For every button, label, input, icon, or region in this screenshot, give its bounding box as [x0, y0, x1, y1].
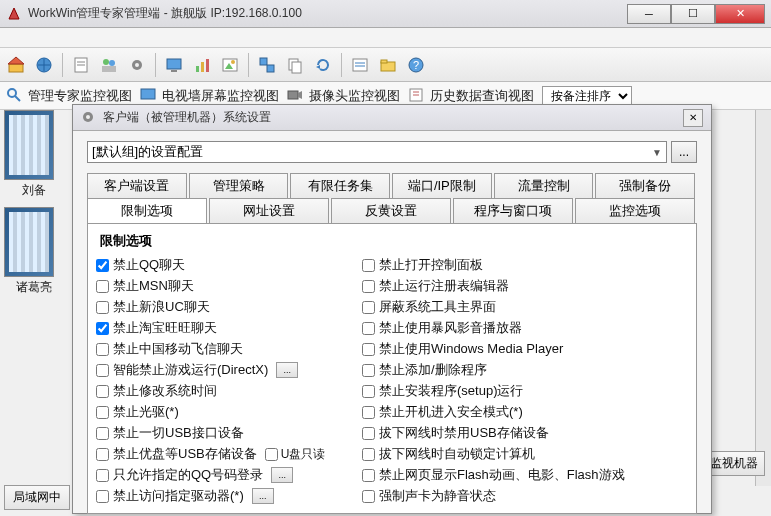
restriction-option: 禁止打开控制面板 — [362, 256, 688, 274]
option-label: 禁止打开控制面板 — [379, 256, 483, 274]
option-checkbox[interactable] — [96, 427, 109, 440]
svg-rect-14 — [196, 66, 199, 72]
option-label: 禁止新浪UC聊天 — [113, 298, 210, 316]
monitor-machine-button[interactable]: 监视机器 — [703, 451, 765, 476]
camera-icon — [287, 87, 305, 105]
minimize-button[interactable]: ─ — [627, 4, 671, 24]
option-checkbox[interactable] — [362, 322, 375, 335]
windows-icon[interactable] — [255, 53, 279, 77]
svg-rect-21 — [267, 65, 274, 72]
tab-lan[interactable]: 局域网中 — [4, 485, 70, 510]
option-more-button[interactable]: ... — [276, 362, 298, 378]
option-label: 禁止使用Windows Media Player — [379, 340, 563, 358]
view-label: 摄像头监控视图 — [309, 87, 400, 105]
chart-icon[interactable] — [190, 53, 214, 77]
option-checkbox[interactable] — [362, 259, 375, 272]
svg-rect-1 — [9, 64, 23, 72]
monitor-icon[interactable] — [162, 53, 186, 77]
tv-icon — [140, 87, 158, 105]
view-monitor[interactable]: 管理专家监控视图 — [6, 87, 132, 105]
option-checkbox[interactable] — [362, 448, 375, 461]
option-label: U盘只读 — [281, 446, 326, 463]
folder-icon[interactable] — [376, 53, 400, 77]
settings-tab[interactable]: 管理策略 — [189, 173, 289, 198]
settings-tab[interactable]: 流量控制 — [494, 173, 594, 198]
option-checkbox[interactable] — [362, 427, 375, 440]
client-thumb[interactable] — [4, 110, 54, 180]
settings-tab[interactable]: 监控选项 — [575, 198, 695, 223]
sort-select[interactable]: 按备注排序 — [542, 86, 632, 106]
option-checkbox[interactable] — [362, 343, 375, 356]
restriction-option: 禁止QQ聊天 — [96, 256, 356, 274]
close-button[interactable]: ✕ — [715, 4, 765, 24]
settings-tab[interactable]: 程序与窗口项 — [453, 198, 573, 223]
option-checkbox[interactable] — [265, 448, 278, 461]
settings-tab[interactable]: 客户端设置 — [87, 173, 187, 198]
config-select[interactable]: [默认组]的设置配置 ▼ — [87, 141, 667, 163]
option-label: 禁止一切USB接口设备 — [113, 424, 244, 442]
vertical-scrollbar[interactable] — [755, 110, 771, 486]
users-icon[interactable] — [97, 53, 121, 77]
list-icon[interactable] — [348, 53, 372, 77]
restriction-option: 禁止中国移动飞信聊天 — [96, 340, 356, 358]
option-checkbox[interactable] — [96, 448, 109, 461]
titlebar: WorkWin管理专家管理端 - 旗舰版 IP:192.168.0.100 ─ … — [0, 0, 771, 28]
svg-point-32 — [8, 89, 16, 97]
svg-rect-34 — [141, 89, 155, 99]
option-more-button[interactable]: ... — [271, 467, 293, 483]
view-label: 历史数据查询视图 — [430, 87, 534, 105]
option-checkbox[interactable] — [96, 406, 109, 419]
svg-rect-23 — [292, 62, 301, 73]
option-checkbox[interactable] — [96, 490, 109, 503]
dialog-close-button[interactable]: ✕ — [683, 109, 703, 127]
option-label: 禁止淘宝旺旺聊天 — [113, 319, 217, 337]
settings-tab[interactable]: 强制备份 — [595, 173, 695, 198]
client-thumb[interactable] — [4, 207, 54, 277]
option-checkbox[interactable] — [362, 301, 375, 314]
settings-tab[interactable]: 网址设置 — [209, 198, 329, 223]
settings-tab[interactable]: 限制选项 — [87, 198, 207, 223]
refresh-icon[interactable] — [311, 53, 335, 77]
option-checkbox[interactable] — [362, 364, 375, 377]
chevron-down-icon: ▼ — [652, 147, 662, 158]
option-checkbox[interactable] — [96, 259, 109, 272]
restriction-option: 禁止安装程序(setup)运行 — [362, 382, 688, 400]
option-checkbox[interactable] — [96, 280, 109, 293]
help-icon[interactable]: ? — [404, 53, 428, 77]
maximize-button[interactable]: ☐ — [671, 4, 715, 24]
option-checkbox[interactable] — [96, 364, 109, 377]
client-settings-dialog: 客户端（被管理机器）系统设置 ✕ [默认组]的设置配置 ▼ ... 客户端设置管… — [72, 104, 712, 514]
restriction-option: 禁止一切USB接口设备 — [96, 424, 356, 442]
settings-tab[interactable]: 有限任务集 — [290, 173, 390, 198]
option-checkbox[interactable] — [96, 469, 109, 482]
option-checkbox[interactable] — [96, 322, 109, 335]
gear-icon[interactable] — [125, 53, 149, 77]
view-camera[interactable]: 摄像头监控视图 — [287, 87, 400, 105]
home-icon[interactable] — [4, 53, 28, 77]
option-checkbox[interactable] — [362, 469, 375, 482]
option-checkbox[interactable] — [362, 280, 375, 293]
svg-marker-24 — [316, 65, 320, 69]
option-label: 禁止网页显示Flash动画、电影、Flash游戏 — [379, 466, 625, 484]
view-history[interactable]: 历史数据查询视图 — [408, 87, 534, 105]
picture-icon[interactable] — [218, 53, 242, 77]
svg-marker-0 — [9, 8, 19, 19]
settings-tab[interactable]: 端口/IP限制 — [392, 173, 492, 198]
globe-icon[interactable] — [32, 53, 56, 77]
option-more-button[interactable]: ... — [252, 488, 274, 504]
option-checkbox[interactable] — [96, 385, 109, 398]
copy-icon[interactable] — [283, 53, 307, 77]
svg-rect-20 — [260, 58, 267, 65]
restriction-option: 禁止MSN聊天 — [96, 277, 356, 295]
page-icon[interactable] — [69, 53, 93, 77]
browse-button[interactable]: ... — [671, 141, 697, 163]
restriction-option: 强制声卡为静音状态 — [362, 487, 688, 505]
option-checkbox[interactable] — [362, 406, 375, 419]
restriction-option: 禁止使用暴风影音播放器 — [362, 319, 688, 337]
option-checkbox[interactable] — [362, 490, 375, 503]
option-checkbox[interactable] — [96, 301, 109, 314]
option-checkbox[interactable] — [362, 385, 375, 398]
option-checkbox[interactable] — [96, 343, 109, 356]
settings-tab[interactable]: 反黄设置 — [331, 198, 451, 223]
view-tvwall[interactable]: 电视墙屏幕监控视图 — [140, 87, 279, 105]
